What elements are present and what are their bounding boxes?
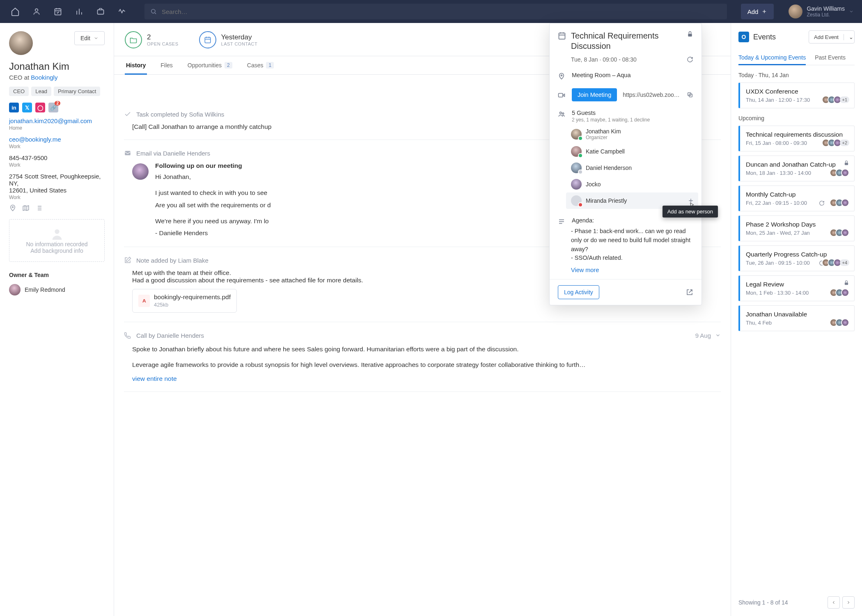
event-title: Monthly Catch-up (746, 191, 848, 198)
event-card[interactable]: Technical requirements discussionFri, 15… (738, 126, 855, 151)
person-icon[interactable] (30, 5, 44, 18)
event-card[interactable]: Monthly Catch-upFri, 22 Jan · 09:15 - 10… (738, 185, 855, 211)
file-attachment[interactable]: 𝗔 bookingly-requirements.pdf425kb (132, 289, 237, 313)
upcoming-label: Upcoming (738, 115, 855, 121)
note-icon (124, 256, 132, 264)
contact-role: CEO at Bookingly (9, 74, 105, 81)
join-meeting-button[interactable]: Join Meeting (572, 88, 617, 101)
search-input[interactable] (162, 8, 721, 15)
tag[interactable]: Primary Contact (54, 87, 100, 96)
add-event-button[interactable]: Add Event⌄ (809, 30, 855, 44)
svg-point-10 (561, 75, 562, 76)
external-link-icon[interactable] (686, 289, 693, 296)
lock-icon (844, 160, 849, 166)
social-links: in 𝕏 ◯ 🔗2 (9, 103, 105, 112)
home-icon[interactable] (8, 5, 22, 18)
event-location: Meeting Room – Aqua (572, 72, 630, 78)
notes-icon (558, 218, 566, 225)
copy-icon[interactable] (687, 92, 693, 98)
bar-chart-icon[interactable] (72, 5, 86, 18)
tab-today-upcoming[interactable]: Today & Upcoming Events (738, 50, 806, 65)
open-cases-stat[interactable]: 2OPEN CASES (125, 31, 179, 56)
event-card[interactable]: Jonathan UnavailableThu, 4 Feb (738, 305, 855, 331)
today-label: Today · Thu, 14 Jan (738, 72, 855, 78)
event-card[interactable]: UXDX ConferenceThu, 14 Jan · 12:00 - 17:… (738, 82, 855, 108)
link-icon[interactable]: 🔗2 (48, 103, 58, 112)
global-search[interactable] (144, 4, 727, 19)
chevron-down-icon[interactable] (715, 332, 721, 338)
view-more-link[interactable]: View more (571, 267, 599, 273)
background-placeholder[interactable]: No information recorded Add background i… (9, 219, 105, 262)
tag[interactable]: Lead (31, 87, 51, 96)
meeting-url[interactable]: https://us02web.zoom.us/j/... (623, 92, 681, 98)
tab-history[interactable]: History (125, 56, 147, 74)
email-home-link[interactable]: jonathan.kim2020@gmail.com (9, 117, 105, 124)
map-icon[interactable] (22, 204, 30, 212)
owner-row[interactable]: Emily Redmond (9, 284, 105, 295)
company-link[interactable]: Bookingly (31, 74, 57, 81)
prev-page-button[interactable] (828, 596, 840, 609)
contact-avatar (9, 31, 33, 55)
next-page-button[interactable] (842, 596, 855, 609)
event-card[interactable]: Quarterly Progress Catch-upTue, 26 Jan ·… (738, 245, 855, 271)
event-datetime: Tue, 8 Jan · 09:00 - 08:30 (571, 56, 637, 63)
attendee-avatars: +1 (824, 96, 849, 104)
list-icon[interactable] (35, 204, 43, 212)
event-card[interactable]: Phase 2 Workshop DaysMon, 25 Jan - Wed, … (738, 215, 855, 241)
guest-row-miranda[interactable]: Miranda Priestly Add as new person (566, 192, 698, 209)
mail-icon (124, 149, 132, 157)
tab-past-events[interactable]: Past Events (815, 50, 846, 65)
tab-opportunities[interactable]: Opportunities2 (186, 56, 234, 74)
phone-value[interactable]: 845-437-9500 (9, 154, 105, 161)
view-entire-note-link[interactable]: view entire note (132, 375, 177, 382)
lock-icon (687, 31, 693, 51)
guest-row[interactable]: Katie Campbell (571, 143, 693, 160)
instagram-icon[interactable]: ◯ (35, 103, 45, 112)
event-card[interactable]: Duncan and Jonathan Catch-upMon, 18 Jan … (738, 156, 855, 181)
more-badge: +4 (840, 259, 849, 266)
event-detail-popup: Technical Requirements Discussion Tue, 8… (549, 23, 702, 305)
twitter-icon[interactable]: 𝕏 (22, 103, 32, 112)
svg-rect-17 (845, 282, 848, 285)
svg-point-15 (562, 113, 564, 114)
tab-files[interactable]: Files (159, 56, 174, 74)
guest-row[interactable]: Jonathan KimOrganizer (571, 125, 693, 143)
svg-point-0 (35, 9, 38, 11)
user-menu[interactable]: Gavin WilliamsZestia Ltd. (789, 5, 854, 18)
more-badge: +2 (840, 140, 849, 146)
guest-row[interactable]: Daniel Henderson (571, 160, 693, 176)
event-title: Technical requirements discussion (746, 131, 848, 138)
tab-cases[interactable]: Cases1 (246, 56, 275, 74)
attendee-avatars (832, 289, 849, 297)
edit-button[interactable]: Edit (74, 31, 105, 45)
refresh-icon[interactable] (687, 56, 693, 63)
chevron-down-icon[interactable]: ⌄ (844, 34, 854, 40)
contact-name: Jonathan Kim (9, 61, 105, 72)
calendar-check-icon[interactable] (51, 5, 65, 18)
avatar (9, 284, 21, 295)
add-person-icon[interactable] (688, 197, 694, 204)
tag[interactable]: CEO (9, 87, 29, 96)
add-button[interactable]: Add (741, 4, 774, 19)
svg-rect-9 (688, 34, 692, 37)
pager-text: Showing 1 - 8 of 14 (738, 599, 788, 606)
linkedin-icon[interactable]: in (9, 103, 19, 112)
activity-icon[interactable] (115, 5, 129, 18)
attendee-avatars: +4 (824, 259, 849, 267)
last-contact-stat[interactable]: YesterdayLAST CONTACT (199, 31, 258, 56)
event-title: Legal Review (746, 281, 848, 288)
video-icon (558, 92, 566, 99)
top-nav: Add Gavin WilliamsZestia Ltd. (0, 0, 862, 23)
event-title: UXDX Conference (746, 88, 848, 95)
briefcase-icon[interactable] (94, 5, 108, 18)
attendee-avatars: +2 (824, 139, 849, 147)
calendar-icon (558, 32, 566, 51)
guest-row[interactable]: Jocko (571, 176, 693, 192)
attendee-avatars (832, 318, 849, 327)
history-entry-call: Call by Danielle Henders 9 Aug Spoke to … (124, 322, 721, 392)
pin-icon[interactable] (9, 204, 16, 212)
event-card[interactable]: Legal ReviewMon, 1 Feb · 13:30 - 14:00 (738, 275, 855, 301)
email-work-link[interactable]: ceo@bookingly.me (9, 136, 105, 143)
log-activity-button[interactable]: Log Activity (558, 285, 599, 299)
address-value: 2754 Scott Street, Poughkeepsie, NY,1260… (9, 173, 105, 194)
